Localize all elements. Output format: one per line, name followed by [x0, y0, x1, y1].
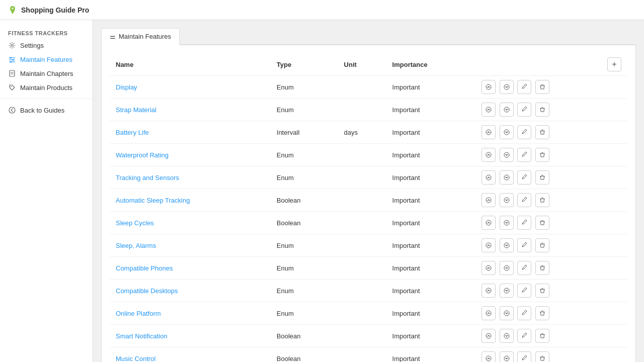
move-down-button[interactable] — [500, 261, 514, 275]
move-up-button[interactable] — [481, 148, 496, 162]
sidebar-item-maintain-chapters[interactable]: Maintain Chapters — [0, 66, 93, 80]
delete-button[interactable] — [535, 351, 549, 362]
edit-button[interactable] — [517, 284, 531, 298]
move-up-button[interactable] — [481, 216, 496, 230]
edit-button[interactable] — [517, 351, 531, 362]
edit-button[interactable] — [517, 148, 531, 162]
edit-button[interactable] — [517, 193, 531, 207]
delete-button[interactable] — [535, 125, 549, 139]
feature-link[interactable]: Compatible Phones — [116, 264, 173, 272]
edit-button[interactable] — [517, 238, 531, 252]
feature-link[interactable]: Waterproof Rating — [116, 151, 169, 159]
delete-button[interactable] — [535, 103, 549, 117]
cell-name: Waterproof Rating — [110, 144, 271, 166]
feature-link[interactable]: Online Platform — [116, 310, 161, 317]
cell-type: Enum — [271, 234, 338, 257]
table-row: Sleep Cycles Boolean Important — [110, 212, 627, 234]
table-row: Battery Life Intervall days Important — [110, 121, 627, 144]
sidebar-back-to-guides[interactable]: Back to Guides — [0, 103, 93, 117]
feature-link[interactable]: Tracking and Sensors — [116, 174, 179, 182]
cell-name: Smart Notification — [110, 325, 271, 347]
move-up-button[interactable] — [481, 125, 496, 139]
delete-button[interactable] — [535, 170, 549, 185]
feature-link[interactable]: Sleep Cycles — [116, 219, 154, 227]
delete-button[interactable] — [535, 284, 549, 298]
move-down-button[interactable] — [500, 103, 514, 117]
svg-point-60 — [486, 356, 491, 361]
cell-importance: Important — [386, 280, 475, 302]
svg-rect-46 — [540, 266, 545, 267]
svg-rect-14 — [540, 85, 545, 86]
sidebar-item-maintain-products[interactable]: Maintain Products — [0, 80, 93, 95]
sidebar-item-maintain-features[interactable]: Maintain Features — [0, 52, 93, 66]
delete-button[interactable] — [535, 80, 549, 94]
sidebar-item-settings[interactable]: Settings — [0, 38, 93, 52]
feature-link[interactable]: Battery Life — [116, 129, 149, 136]
move-down-button[interactable] — [500, 170, 514, 185]
move-down-button[interactable] — [500, 80, 514, 94]
move-up-button[interactable] — [481, 103, 496, 117]
cell-name: Battery Life — [110, 121, 271, 144]
move-down-button[interactable] — [500, 329, 514, 343]
move-up-button[interactable] — [481, 351, 496, 362]
main-content: ⚌ Maintain Features Name Type Unit Impor… — [93, 20, 644, 362]
cell-actions — [474, 257, 627, 280]
svg-rect-58 — [540, 334, 545, 335]
feature-link[interactable]: Compatible Desktops — [116, 287, 178, 295]
svg-point-25 — [504, 152, 509, 157]
move-up-button[interactable] — [481, 193, 496, 207]
book-icon — [8, 69, 16, 77]
tab-icon: ⚌ — [110, 33, 116, 40]
cell-type: Enum — [271, 302, 338, 325]
move-up-button[interactable] — [481, 80, 496, 94]
move-down-button[interactable] — [500, 306, 514, 320]
edit-button[interactable] — [517, 103, 531, 117]
add-feature-button[interactable]: + — [607, 57, 621, 71]
edit-button[interactable] — [517, 216, 531, 230]
feature-link[interactable]: Smart Notification — [116, 332, 168, 340]
svg-rect-35 — [541, 198, 543, 198]
feature-link[interactable]: Music Control — [116, 355, 155, 363]
move-up-button[interactable] — [481, 261, 496, 275]
move-down-button[interactable] — [500, 125, 514, 139]
move-down-button[interactable] — [500, 216, 514, 230]
delete-button[interactable] — [535, 216, 549, 230]
move-up-button[interactable] — [481, 329, 496, 343]
edit-button[interactable] — [517, 125, 531, 139]
feature-link[interactable]: Display — [116, 83, 137, 91]
delete-button[interactable] — [535, 193, 549, 207]
delete-button[interactable] — [535, 306, 549, 320]
move-up-button[interactable] — [481, 284, 496, 298]
move-up-button[interactable] — [481, 238, 496, 252]
edit-button[interactable] — [517, 170, 531, 185]
edit-button[interactable] — [517, 261, 531, 275]
svg-point-29 — [504, 175, 509, 180]
app-logo-icon — [8, 6, 17, 15]
table-row: Automatic Sleep Tracking Boolean Importa… — [110, 189, 627, 212]
move-down-button[interactable] — [500, 193, 514, 207]
topbar: Shopping Guide Pro — [0, 0, 644, 20]
tab-maintain-features[interactable]: ⚌ Maintain Features — [101, 28, 180, 45]
feature-link[interactable]: Sleep, Alarms — [116, 242, 156, 249]
svg-rect-31 — [541, 175, 543, 175]
delete-button[interactable] — [535, 238, 549, 252]
edit-button[interactable] — [517, 306, 531, 320]
feature-link[interactable]: Automatic Sleep Tracking — [116, 197, 190, 204]
delete-button[interactable] — [535, 329, 549, 343]
delete-button[interactable] — [535, 148, 549, 162]
cell-importance: Important — [386, 166, 475, 189]
move-down-button[interactable] — [500, 351, 514, 362]
move-up-button[interactable] — [481, 306, 496, 320]
edit-button[interactable] — [517, 80, 531, 94]
table-row: Sleep, Alarms Enum Important — [110, 234, 627, 257]
svg-rect-27 — [541, 152, 543, 153]
move-down-button[interactable] — [500, 148, 514, 162]
move-down-button[interactable] — [500, 284, 514, 298]
cell-importance: Important — [386, 212, 475, 234]
edit-button[interactable] — [517, 329, 531, 343]
move-down-button[interactable] — [500, 238, 514, 252]
feature-link[interactable]: Strap Material — [116, 106, 156, 114]
delete-button[interactable] — [535, 261, 549, 275]
svg-point-36 — [486, 220, 491, 225]
move-up-button[interactable] — [481, 170, 496, 185]
